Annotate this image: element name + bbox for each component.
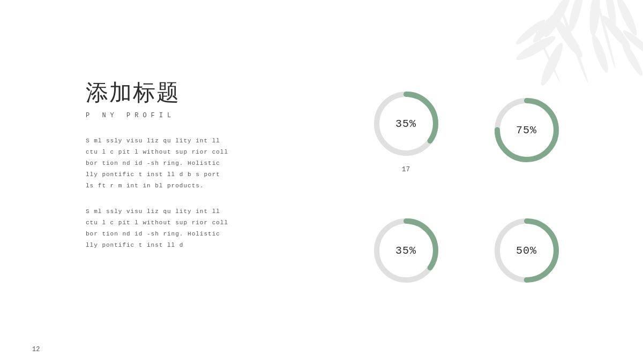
svg-point-14 [589, 33, 611, 74]
donut-2: 75% [489, 93, 564, 168]
chart-item-3: 35% [354, 198, 458, 302]
svg-point-13 [514, 33, 558, 64]
chart-item-4: 50% [474, 198, 579, 302]
svg-point-8 [530, 9, 563, 46]
charts-area: 35% 17 75% 35% [354, 78, 579, 302]
svg-point-4 [566, 0, 586, 33]
svg-point-10 [550, 15, 586, 60]
svg-point-0 [557, 2, 589, 84]
description-2: S ml ssly visu liz qu lity int ll ctu l … [86, 206, 257, 251]
svg-point-2 [532, 24, 561, 83]
svg-point-1 [594, 0, 616, 69]
svg-point-12 [621, 28, 643, 58]
description-1: S ml ssly visu liz qu lity int ll ctu l … [86, 135, 257, 191]
donut-4: 50% [489, 213, 564, 288]
svg-point-11 [599, 13, 633, 51]
donut-3: 35% [369, 213, 444, 288]
chart-number-1: 17 [402, 165, 410, 173]
svg-point-3 [541, 0, 574, 39]
chart-label-2: 75% [516, 124, 537, 136]
title-subtitle: P NY PROFIL [86, 112, 257, 119]
svg-point-9 [514, 17, 548, 47]
chart-item-1: 35% 17 [354, 78, 458, 182]
svg-point-5 [588, 0, 601, 36]
chart-label-4: 50% [516, 244, 537, 256]
left-content: 添加标题 P NY PROFIL S ml ssly visu liz qu l… [86, 78, 257, 266]
svg-point-7 [614, 0, 640, 37]
title-chinese: 添加标题 [86, 78, 257, 108]
page-number: 12 [32, 346, 40, 353]
chart-label-1: 35% [395, 118, 416, 130]
chart-label-3: 35% [395, 244, 416, 256]
svg-point-6 [604, 0, 618, 29]
slide: 添加标题 P NY PROFIL S ml ssly visu liz qu l… [0, 0, 643, 364]
donut-1: 35% [369, 86, 444, 161]
svg-point-15 [619, 40, 643, 77]
chart-item-2: 75% [474, 78, 579, 182]
